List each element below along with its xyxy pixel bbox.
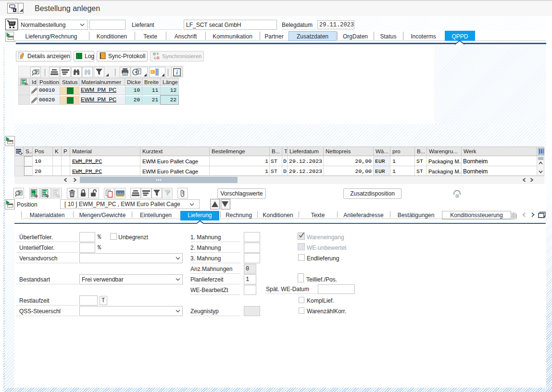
svg-text:i: i [176, 69, 178, 76]
